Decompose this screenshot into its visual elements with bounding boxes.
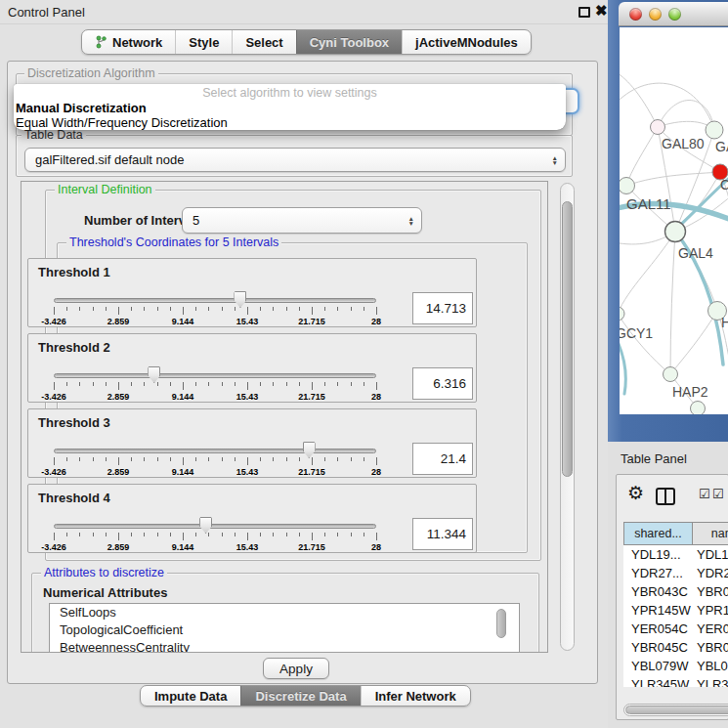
node-label: GAL11 (626, 195, 671, 212)
table-row[interactable]: YBL079WYBL0 (623, 657, 728, 675)
slider-tick-labels: -3.4262.8599.14415.4321.71528 (54, 317, 376, 327)
table-row[interactable]: YBR045CYBR0 (623, 638, 728, 657)
threshold-value-field[interactable]: 6.316 (412, 367, 473, 400)
dropdown-option-equal-width-frequency-discretization[interactable]: Equal Width/Frequency Discretization (14, 115, 566, 130)
tab-jactivemnodules[interactable]: jActiveMNodules (402, 30, 531, 54)
threshold-value-field[interactable]: 21.4 (412, 443, 473, 475)
threshold-label: Threshold 2 (38, 340, 110, 355)
tab-select[interactable]: Select (232, 30, 295, 54)
cyni-toolbox-panel: Discretization Algorithm Select algorith… (7, 61, 598, 684)
slider-thumb[interactable] (199, 517, 212, 534)
node-hap2 (664, 367, 678, 382)
checkbox-icon[interactable]: ☑ (699, 487, 710, 501)
threshold-slider[interactable]: -3.4262.8599.14415.4321.71528 (54, 298, 376, 327)
bottom-tab-bar: Impute DataDiscretize DataInfer Network (140, 685, 471, 707)
network-view-frame: GAL80 GA C GAL11 GAL4 GCY1 H HAP2 (608, 0, 728, 442)
node-left-cut (620, 307, 624, 321)
tab-infer-network[interactable]: Infer Network (361, 686, 470, 706)
network-window-titlebar[interactable] (619, 2, 728, 26)
slider-ticks (54, 533, 376, 541)
top-tab-bar: NetworkStyleSelectCyni ToolboxjActiveMNo… (81, 29, 532, 55)
number-of-intervals-value: 5 (193, 213, 199, 228)
network-canvas[interactable]: GAL80 GA C GAL11 GAL4 GCY1 H HAP2 (620, 27, 728, 414)
threshold-slider[interactable]: -3.4262.8599.14415.4321.71528 (54, 373, 376, 403)
slider-ticks (54, 307, 376, 316)
threshold-panel-2: Threshold 2-3.4262.8599.14415.4321.71528… (27, 333, 477, 403)
node-top-right (706, 121, 723, 139)
threshold-panel-3: Threshold 3-3.4262.8599.14415.4321.71528… (27, 408, 477, 478)
list-scrollbar[interactable] (496, 609, 506, 638)
threshold-label: Threshold 3 (38, 415, 110, 430)
node-label: GA (715, 139, 728, 154)
scrollbar-thumb[interactable] (562, 201, 573, 477)
close-icon[interactable]: ✖ (595, 2, 608, 20)
table-row[interactable]: YER054CYER0 (623, 620, 728, 638)
threshold-label: Threshold 4 (38, 491, 110, 505)
minimize-traffic-light[interactable] (649, 8, 662, 21)
network-graph: GAL80 GA C GAL11 GAL4 GCY1 H HAP2 (620, 27, 728, 414)
slider-track[interactable] (54, 373, 376, 378)
table-data-group-title: Table Data (21, 128, 86, 142)
network-window: GAL80 GA C GAL11 GAL4 GCY1 H HAP2 (619, 2, 728, 414)
checkbox-icon[interactable]: ☑ (712, 487, 724, 501)
table-body[interactable]: YDL19...YDL1YDR27...YDR2YBR043CYBR0YPR14… (623, 545, 728, 687)
threshold-panel-1: Threshold 1-3.4262.8599.14415.4321.71528… (27, 258, 477, 327)
split-columns-icon[interactable] (656, 488, 675, 505)
column-header-shared-name[interactable]: shared... (623, 522, 693, 545)
table-header: shared... name (623, 522, 728, 545)
table-panel: Table Panel ⚙ ☑ ☑ shared... name YDL19..… (608, 442, 728, 728)
algorithm-dropdown-popup: Select algorithm to view settings Manual… (14, 84, 566, 130)
slider-thumb[interactable] (234, 291, 246, 308)
settings-vertical-scrollbar[interactable] (560, 183, 575, 651)
table-row[interactable]: YDL19...YDL1 (623, 545, 728, 564)
table-data-combobox[interactable]: galFiltered.sif default node ▲▼ (24, 148, 566, 172)
slider-track[interactable] (54, 524, 376, 529)
stepper-arrows-icon: ▲▼ (408, 216, 414, 226)
threshold-value-field[interactable]: 14.713 (412, 292, 473, 324)
scrollbar-thumb[interactable] (625, 706, 728, 714)
dropdown-option-manual-discretization[interactable]: Manual Discretization (14, 101, 566, 115)
titlebar-divider (0, 23, 608, 24)
threshold-value-field[interactable]: 11.344 (412, 518, 473, 550)
slider-thumb[interactable] (303, 442, 316, 458)
tab-cyni-toolbox[interactable]: Cyni Toolbox (296, 30, 402, 54)
slider-tick-labels: -3.4262.8599.14415.4321.71528 (54, 542, 376, 553)
tab-impute-data[interactable]: Impute Data (141, 686, 240, 706)
table-row[interactable]: YLR345WYLR3 (623, 675, 728, 687)
attributes-group-title: Attributes to discretize (41, 566, 167, 579)
slider-ticks (54, 457, 376, 466)
algorithm-dropdown-prompt: Select algorithm to view settings (14, 86, 566, 101)
attribute-item-topologicalcoefficient[interactable]: TopologicalCoefficient (50, 621, 519, 639)
slider-track[interactable] (54, 298, 376, 303)
attribute-item-selfloops[interactable]: SelfLoops (50, 604, 519, 621)
node-label: GAL80 (662, 136, 705, 151)
table-row[interactable]: YDR27...YDR2 (623, 564, 728, 582)
table-horizontal-scrollbar[interactable] (623, 704, 728, 716)
table-data-combobox-value: galFiltered.sif default node (35, 152, 184, 167)
node-label: C (720, 177, 728, 193)
numerical-attributes-label: Numerical Attributes (43, 585, 167, 600)
threshold-panel-4: Threshold 4-3.4262.8599.14415.4321.71528… (27, 484, 477, 553)
number-of-intervals-combobox[interactable]: 5 ▲▼ (182, 207, 422, 234)
attribute-item-betweennesscentrality[interactable]: BetweennessCentrality (50, 639, 519, 653)
column-header-name[interactable]: name (693, 522, 728, 545)
threshold-slider[interactable]: -3.4262.8599.14415.4321.71528 (54, 449, 376, 478)
node-label: GAL4 (678, 245, 713, 261)
numerical-attributes-list[interactable]: SelfLoopsTopologicalCoefficientBetweenne… (49, 603, 520, 653)
slider-thumb[interactable] (148, 366, 160, 383)
zoom-traffic-light[interactable] (668, 8, 681, 21)
slider-track[interactable] (54, 449, 376, 453)
table-row[interactable]: YBR043CYBR0 (623, 582, 728, 601)
control-panel: Control Panel ✖ NetworkStyleSelectCyni T… (0, 0, 608, 728)
threshold-slider[interactable]: -3.4262.8599.14415.4321.71528 (54, 524, 376, 553)
tab-network[interactable]: Network (82, 30, 175, 54)
tab-discretize-data[interactable]: Discretize Data (240, 686, 360, 706)
close-traffic-light[interactable] (629, 8, 642, 21)
apply-button[interactable]: Apply (263, 658, 329, 679)
network-icon (95, 35, 107, 49)
gear-icon[interactable]: ⚙ (627, 484, 644, 502)
table-row[interactable]: YPR145WYPR1 (623, 601, 728, 620)
tab-style[interactable]: Style (175, 30, 232, 54)
float-window-icon[interactable] (578, 7, 590, 18)
control-panel-title: Control Panel (8, 5, 85, 20)
